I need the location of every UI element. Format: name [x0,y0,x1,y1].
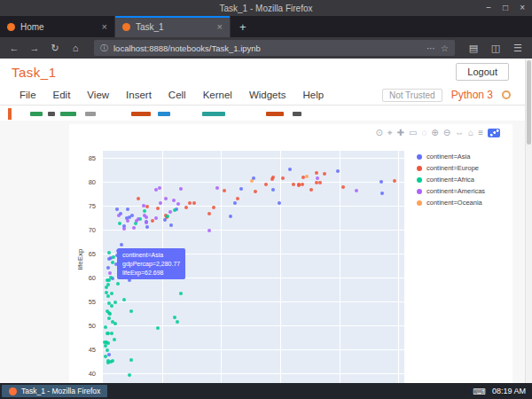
tab-task-1[interactable]: Task_1 × [115,16,231,37]
scatter-point[interactable] [179,292,183,295]
scatter-point[interactable] [239,187,243,191]
menu-kernel[interactable]: Kernel [203,90,232,100]
scatter-point[interactable] [315,181,318,184]
scatter-point[interactable] [207,229,211,232]
scatter-point[interactable] [109,360,113,364]
menu-edit[interactable]: Edit [53,90,71,100]
scatter-point[interactable] [116,282,120,286]
scatter-point[interactable] [315,171,318,175]
camera-snapshot-icon[interactable]: ⊙ [376,128,383,138]
scatter-point[interactable] [379,180,383,184]
page-actions-icon[interactable]: ⋯ [426,43,435,53]
menu-view[interactable]: View [87,90,109,100]
menu-insert[interactable]: Insert [126,90,152,100]
forward-icon[interactable]: → [27,40,42,56]
scatter-point[interactable] [122,227,126,231]
hamburger-menu-icon[interactable]: ☰ [511,40,525,56]
scatter-point[interactable] [145,215,148,219]
scatter-point[interactable] [168,210,172,214]
scatter-point[interactable] [113,301,117,304]
scatter-point[interactable] [254,190,257,193]
scatter-point[interactable] [173,316,176,319]
tray-icons[interactable]: ⌨ [473,387,486,396]
legend-item[interactable]: continent=Americas [417,187,485,195]
lasso-select-icon[interactable]: ◌ [421,128,426,138]
scatter-point[interactable] [393,179,396,183]
scatter-point[interactable] [145,221,148,224]
scatter-point[interactable] [301,183,304,186]
scatter-point[interactable] [154,188,158,192]
menu-cell[interactable]: Cell [168,90,186,100]
scatter-point[interactable] [212,206,215,209]
menu-widgets[interactable]: Widgets [249,90,286,100]
scatter-point[interactable] [128,373,131,377]
back-icon[interactable]: ← [7,40,21,56]
scatter-point[interactable] [115,207,119,211]
scatter-point[interactable] [318,181,322,184]
scatter-point[interactable] [118,222,121,225]
scatter-point[interactable] [336,169,340,173]
scatter-point[interactable] [172,199,176,202]
scatter-point[interactable] [278,201,281,205]
zoom-out-icon[interactable]: ⊖ [443,128,450,138]
scatter-point[interactable] [107,317,111,320]
plotly-logo-icon[interactable] [488,129,500,137]
scatter-point[interactable] [188,201,192,205]
scatter-point[interactable] [179,187,183,191]
scatter-point[interactable] [288,168,292,171]
home-icon[interactable]: ⌂ [68,40,82,56]
scatter-point[interactable] [107,278,111,282]
tab-close-icon[interactable]: × [217,21,223,32]
bookmark-star-icon[interactable]: ☆ [441,43,449,53]
scatter-point[interactable] [142,204,145,207]
scatter-point[interactable] [176,320,179,324]
sidebars-icon[interactable]: ◫ [489,40,503,56]
site-info-icon[interactable]: ⓘ [100,43,108,54]
scatter-point[interactable] [250,179,254,183]
legend-item[interactable]: continent=Africa [417,176,485,184]
scatter-point[interactable] [316,176,319,180]
scatter-point[interactable] [215,186,219,190]
scatter-point[interactable] [107,251,111,254]
scatter-point[interactable] [135,219,138,223]
scatter-point[interactable] [106,332,110,335]
scatter-point[interactable] [129,358,133,362]
scatter-point[interactable] [110,292,113,295]
plot-area[interactable]: continent=Asia gdpPercap=2,280.77 lifeEx… [103,151,404,383]
scrollbar-thumb[interactable] [527,60,531,145]
reload-icon[interactable]: ↻ [48,40,62,56]
scatter-point[interactable] [164,197,168,200]
scatter-point[interactable] [271,188,275,192]
autoscale-icon[interactable]: ⇔ [455,128,464,138]
scatter-point[interactable] [236,197,239,200]
scatter-point[interactable] [132,226,136,230]
legend-item[interactable]: continent=Asia [417,153,485,160]
logout-button[interactable]: Logout [456,63,509,81]
scatter-point[interactable] [223,189,226,192]
url-text[interactable]: localhost:8888/notebooks/Task_1.ipynb [113,43,421,53]
scatter-point[interactable] [126,219,129,223]
tab-home[interactable]: Home × [0,16,115,37]
scatter-point[interactable] [105,291,108,294]
keyboard-indicator-icon[interactable]: ⌨ [473,387,486,396]
notebook-title[interactable]: Task_1 [12,65,57,80]
scatter-point[interactable] [292,183,295,186]
scatter-point[interactable] [192,201,196,205]
scatter-point[interactable] [281,176,285,180]
scatter-point[interactable] [120,243,123,246]
legend-item[interactable]: continent=Europe [417,164,485,172]
scatter-point[interactable] [341,185,345,189]
reset-axes-icon[interactable]: ⌂ [468,128,473,138]
scatter-point[interactable] [156,207,160,210]
scatter-point[interactable] [264,183,268,186]
scatter-point[interactable] [154,216,158,220]
scatter-point[interactable] [145,225,149,229]
scatter-point[interactable] [106,341,110,345]
scatter-point[interactable] [107,353,111,356]
tab-close-icon[interactable]: × [102,21,107,32]
scatter-point[interactable] [305,175,309,178]
page-scrollbar[interactable] [525,59,532,383]
scatter-point[interactable] [158,186,161,190]
scatter-point[interactable] [207,212,211,215]
urlbar[interactable]: ⓘ localhost:8888/notebooks/Task_1.ipynb … [94,40,455,56]
